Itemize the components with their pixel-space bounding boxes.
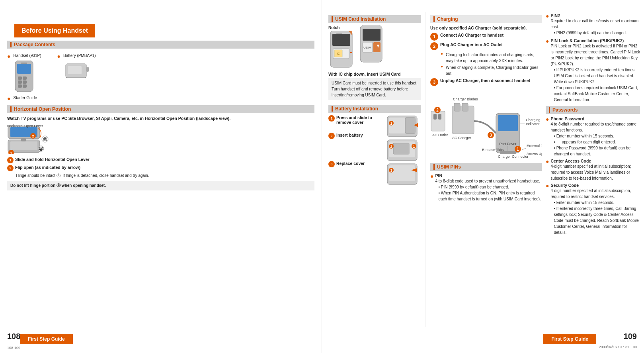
svg-rect-69 bbox=[498, 115, 518, 131]
step-slide-lever: 1 Slide and hold Horizontal Open Lever bbox=[7, 157, 314, 163]
svg-rect-7 bbox=[18, 84, 22, 88]
date-time: 2009/04/16 19：31：09 bbox=[599, 345, 637, 350]
handset-label: Handset (931P) bbox=[13, 53, 41, 58]
usim-note: USIM Card must be inserted to use this h… bbox=[328, 78, 421, 100]
security-code-label: Security Code bbox=[550, 183, 579, 188]
page-number-108: 108 bbox=[7, 332, 20, 341]
pin-lock-desc: PIN Lock or PIN2 Lock is activated if PI… bbox=[550, 43, 640, 67]
hinge-warning: Do not lift hinge portion Ⓑ when opening… bbox=[7, 181, 314, 190]
svg-text:Charger Connector: Charger Connector bbox=[498, 155, 529, 159]
security-bullet1: • Enter number within 15 seconds. bbox=[554, 200, 640, 206]
svg-text:1: 1 bbox=[390, 122, 392, 126]
svg-rect-13 bbox=[10, 141, 37, 150]
battery-steps-diagram: 1 2 1 bbox=[385, 115, 421, 195]
pin-label: PIN bbox=[435, 173, 442, 178]
svg-text:USIM: USIM bbox=[363, 46, 371, 49]
phone-password-desc: 4 to 8-digit number required to use/chan… bbox=[550, 121, 640, 133]
pin-lock-bullet2: • For procedures required to unlock USIM… bbox=[550, 85, 640, 103]
charge-step2: 2 Plug AC Charger into AC Outlet bbox=[430, 42, 542, 50]
svg-text:Charger Blades: Charger Blades bbox=[453, 97, 478, 101]
pin2-label: PIN2 bbox=[550, 13, 560, 18]
horizontal-desc: Watch TV programs or use PC Site Browser… bbox=[7, 116, 314, 122]
svg-rect-2 bbox=[21, 63, 27, 64]
battery-step1: 1 Press and slide toremove cover bbox=[328, 115, 382, 125]
svg-rect-58 bbox=[433, 114, 437, 120]
usim-instruction: With IC chip down, insert USIM Card bbox=[328, 72, 421, 76]
svg-rect-53 bbox=[389, 165, 415, 181]
section-usim-installation: USIM Card Installation bbox=[328, 15, 421, 23]
svg-rect-6 bbox=[23, 80, 27, 84]
svg-line-83 bbox=[522, 148, 526, 150]
svg-rect-65 bbox=[462, 103, 468, 111]
svg-text:Port Cover: Port Cover bbox=[499, 142, 516, 146]
page-spread: Before Using Handset Package Contents ● … bbox=[0, 0, 644, 353]
pin2-desc: Required to clear call times/costs or se… bbox=[550, 18, 640, 30]
svg-rect-59 bbox=[438, 114, 441, 120]
battery-label: Battery (PMBAP1) bbox=[63, 53, 96, 58]
section-package-contents: Package Contents bbox=[7, 41, 314, 49]
svg-rect-3 bbox=[18, 76, 22, 80]
hinge-note: Hinge should be intact Ⓐ. If hinge is de… bbox=[7, 173, 314, 178]
svg-text:Charging: Charging bbox=[526, 118, 541, 122]
svg-text:2: 2 bbox=[32, 134, 34, 138]
phone-pw-bullet1: • Enter number within 15 seconds. bbox=[554, 133, 640, 139]
svg-text:Arrows Up: Arrows Up bbox=[527, 152, 542, 156]
usim-phone-open: USIM bbox=[359, 25, 387, 63]
svg-text:3: 3 bbox=[390, 169, 392, 173]
svg-rect-4 bbox=[23, 76, 27, 80]
charging-diagram: 2 AC Outlet Charger Blades bbox=[430, 89, 542, 159]
horizontal-open-lever-label: Horizontal Open Lever bbox=[7, 124, 43, 128]
pin-lock-label: PIN Lock & Cancellation (PUK/PUK2) bbox=[550, 38, 624, 43]
footer-left: First Step Guide bbox=[20, 334, 73, 344]
footer-right: First Step Guide bbox=[543, 334, 596, 344]
section-charging: Charging bbox=[430, 15, 542, 23]
svg-rect-8 bbox=[23, 84, 27, 88]
charging-intro: Use only specified AC Charger (sold sepa… bbox=[430, 25, 542, 30]
security-code-desc: 4-digit number specified at initial subs… bbox=[550, 188, 640, 200]
svg-rect-64 bbox=[454, 103, 460, 111]
pin-lock-bullet1: • If PUK/PUK2 is incorrectly entered ten… bbox=[550, 67, 640, 85]
notch-label: Notch bbox=[328, 25, 356, 30]
svg-text:1: 1 bbox=[517, 147, 519, 151]
first-step-badge-right: First Step Guide bbox=[543, 334, 596, 344]
center-access-desc: 4-digit number specified at initial subs… bbox=[550, 163, 640, 181]
charge-step3: 3 Unplug AC Charger, then disconnect han… bbox=[430, 78, 542, 86]
page-title: Before Using Handset bbox=[14, 24, 95, 37]
handset-image bbox=[13, 61, 35, 92]
horizontal-phone-open: Ⓑ Ⓐ 2 1 bbox=[7, 124, 51, 154]
phone-password-label: Phone Password bbox=[550, 116, 584, 121]
section-battery-installation: Battery Installation bbox=[328, 105, 421, 113]
svg-text:AC Outlet: AC Outlet bbox=[432, 133, 448, 137]
svg-text:1: 1 bbox=[10, 151, 12, 154]
svg-text:2: 2 bbox=[436, 108, 439, 112]
svg-rect-5 bbox=[18, 80, 22, 84]
page-right: USIM Card Installation Notch bbox=[322, 0, 644, 353]
battery-step2: 2 Insert battery bbox=[328, 133, 382, 139]
svg-text:Release Tabs: Release Tabs bbox=[482, 148, 504, 152]
starter-guide-label: Starter Guide bbox=[13, 96, 37, 100]
security-bullet2: • If entered incorrectly three times, Ca… bbox=[554, 206, 640, 235]
svg-text:IC: IC bbox=[337, 52, 340, 55]
svg-rect-47 bbox=[393, 143, 409, 154]
svg-text:3: 3 bbox=[490, 133, 492, 137]
svg-text:Ⓑ: Ⓑ bbox=[43, 137, 47, 141]
battery-step3: 3 Replace cover bbox=[328, 161, 382, 167]
svg-rect-10 bbox=[86, 67, 89, 72]
pin-desc: 4 to 8-digit code used to prevent unauth… bbox=[435, 178, 542, 184]
section-usim-pins: USIM PINs bbox=[430, 163, 542, 171]
svg-text:External Port: External Port bbox=[527, 144, 542, 148]
section-horizontal: Horizontal Open Position bbox=[7, 105, 314, 113]
section-passwords: Passwords bbox=[546, 106, 640, 114]
phone-pw-bullet2: • __ appears for each digit entered. bbox=[554, 139, 640, 145]
svg-rect-57 bbox=[431, 111, 445, 131]
svg-rect-26 bbox=[332, 34, 350, 46]
charge-bullet1: ● Charging Indicator illuminates and cha… bbox=[441, 52, 542, 64]
phone-pw-bullet3: • Phone Password (9999 by default) can b… bbox=[554, 145, 640, 157]
svg-rect-16 bbox=[21, 138, 26, 141]
page-number-109: 109 bbox=[624, 332, 637, 341]
svg-text:Indicator: Indicator bbox=[526, 122, 540, 126]
svg-rect-35 bbox=[373, 42, 381, 52]
charge-bullet2: ● When charging is complete, Charging In… bbox=[441, 65, 542, 76]
svg-text:2: 2 bbox=[390, 145, 392, 149]
step-flip-open: 2 Flip open (as indicated by arrow) bbox=[7, 165, 314, 171]
